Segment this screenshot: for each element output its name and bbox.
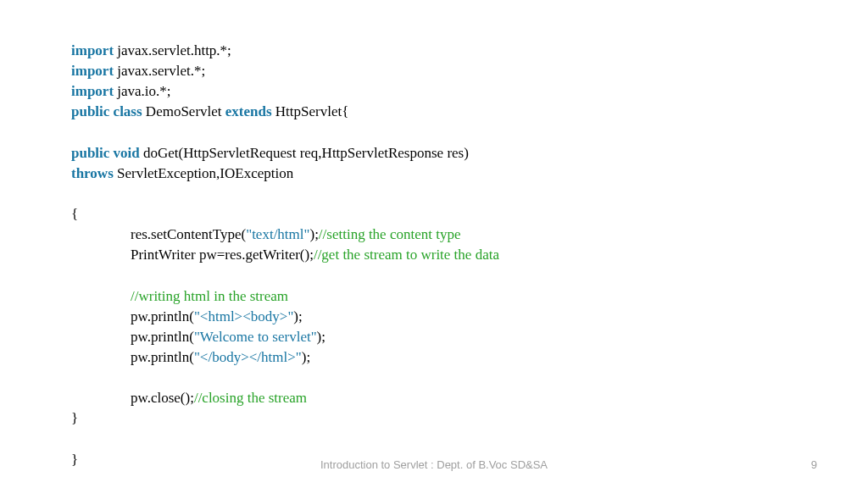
code-block: import javax.servlet.http.*; import java…: [0, 0, 868, 470]
code-text: DemoServlet: [142, 103, 225, 119]
comment: //get the stream to write the data: [314, 247, 499, 263]
code-text: pw.close();: [131, 390, 194, 406]
string-literal: "</body></html>": [194, 349, 302, 365]
keyword: throws: [71, 165, 114, 181]
code-text: res.setContentType(: [131, 226, 246, 242]
code-line: PrintWriter pw=res.getWriter();//get the…: [71, 245, 868, 265]
comment: //setting the content type: [319, 226, 461, 242]
code-text: pw.println(: [131, 349, 194, 365]
keyword: import: [71, 83, 114, 99]
code-line: pw.println("</body></html>");: [71, 347, 868, 368]
code-text: javax.servlet.*;: [114, 63, 205, 79]
code-line: res.setContentType("text/html");//settin…: [71, 225, 868, 245]
blank-line: [71, 123, 868, 143]
code-line: }: [71, 408, 868, 429]
code-text: ServletException,IOException: [114, 165, 293, 181]
code-line: pw.close();//closing the stream: [71, 388, 868, 408]
code-text: pw.println(: [131, 308, 194, 324]
code-line: //writing html in the stream: [71, 286, 868, 307]
code-line: pw.println("Welcome to servlet");: [71, 327, 868, 347]
code-text: javax.servlet.http.*;: [114, 42, 231, 58]
code-text: PrintWriter pw=res.getWriter();: [131, 247, 314, 263]
keyword: import: [71, 63, 114, 79]
code-text: );: [302, 349, 310, 365]
code-text: doGet(HttpServletRequest req,HttpServlet…: [140, 145, 469, 161]
code-text: );: [317, 329, 326, 345]
comment: //writing html in the stream: [131, 288, 288, 304]
code-line: import javax.servlet.http.*;: [71, 41, 868, 61]
code-text: HttpServlet{: [272, 103, 349, 119]
blank-line: [71, 368, 868, 388]
code-text: java.io.*;: [114, 83, 171, 99]
code-text: );: [309, 226, 318, 242]
code-line: public void doGet(HttpServletRequest req…: [71, 143, 868, 164]
page-number: 9: [811, 458, 817, 471]
code-line: throws ServletException,IOException: [71, 164, 868, 184]
keyword: public void: [71, 145, 140, 161]
slide-footer: Introduction to Servlet : Dept. of B.Voc…: [0, 458, 868, 471]
comment: //closing the stream: [194, 390, 307, 406]
code-line: pw.println("<html><body>");: [71, 307, 868, 327]
string-literal: "<html><body>": [194, 308, 293, 324]
string-literal: "Welcome to servlet": [194, 329, 317, 345]
string-literal: "text/html": [246, 226, 309, 242]
keyword: import: [71, 42, 114, 58]
code-line: import java.io.*;: [71, 81, 868, 102]
keyword: public class: [71, 103, 142, 119]
blank-line: [71, 429, 868, 449]
keyword: extends: [225, 103, 272, 119]
blank-line: [71, 184, 868, 204]
code-line: {: [71, 204, 868, 225]
code-text: );: [293, 308, 302, 324]
code-text: {: [71, 206, 78, 222]
code-line: public class DemoServlet extends HttpSer…: [71, 102, 868, 122]
code-text: }: [71, 410, 78, 426]
blank-line: [71, 265, 868, 286]
code-text: pw.println(: [131, 329, 194, 345]
code-line: import javax.servlet.*;: [71, 61, 868, 81]
